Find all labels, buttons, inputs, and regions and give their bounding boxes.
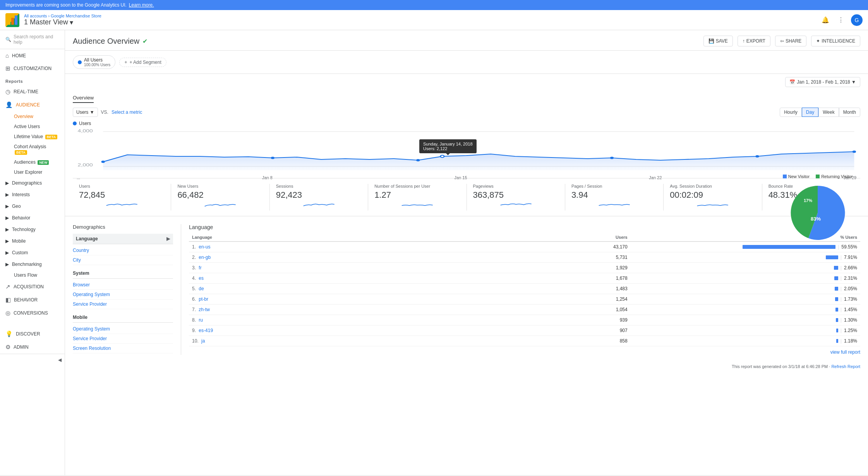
metric-select[interactable]: Users ▼ bbox=[73, 108, 98, 117]
user-avatar[interactable]: G bbox=[851, 14, 863, 26]
sidebar-expandable-geo[interactable]: ▶ Geo bbox=[0, 200, 65, 212]
demo-link-city[interactable]: City bbox=[73, 255, 173, 265]
sidebar-expandable-behavior[interactable]: ▶ Behavior bbox=[0, 212, 65, 224]
audience-label: AUDIENCE bbox=[16, 102, 40, 108]
sidebar-item-acquisition[interactable]: ↗ ACQUISITION bbox=[0, 280, 65, 293]
lang-bar bbox=[826, 255, 838, 259]
share-button[interactable]: ⇦ SHARE bbox=[775, 36, 806, 46]
lang-link[interactable]: ru bbox=[199, 317, 203, 323]
refresh-report-link[interactable]: Refresh Report bbox=[831, 364, 860, 369]
demo-link-mobile-os[interactable]: Operating System bbox=[73, 324, 173, 334]
announcement-link[interactable]: Learn more. bbox=[129, 2, 154, 8]
lang-link[interactable]: es-419 bbox=[199, 328, 213, 333]
sidebar-expandable-technology[interactable]: ▶ Technology bbox=[0, 224, 65, 235]
expand-icon-behavior: ▶ bbox=[5, 215, 9, 221]
notifications-icon[interactable]: 🔔 bbox=[820, 15, 831, 26]
sidebar-expandable-benchmarking[interactable]: ▶ Benchmarking bbox=[0, 259, 65, 270]
save-button[interactable]: 💾 SAVE bbox=[703, 36, 733, 46]
sparkline-pages-session bbox=[571, 202, 657, 209]
intelligence-button[interactable]: ✦ INTELLIGENCE bbox=[811, 36, 860, 46]
lang-pct-cell: | 1.73% bbox=[631, 294, 860, 305]
demo-link-screen-res[interactable]: Screen Resolution bbox=[73, 344, 173, 353]
behavior-label: Behavior bbox=[12, 215, 30, 221]
more-options-icon[interactable]: ⋮ bbox=[835, 15, 846, 26]
sidebar-sub-overview[interactable]: Overview bbox=[0, 111, 65, 122]
home-icon: ⌂ bbox=[5, 52, 9, 59]
stats-and-pie: Users 72,845 New Users 66,482 Sessions 9… bbox=[65, 178, 868, 216]
sidebar-sub-active-users[interactable]: Active Users bbox=[0, 122, 65, 132]
sidebar-item-discover[interactable]: 💡 DISCOVER bbox=[0, 327, 65, 341]
demo-link-service-provider[interactable]: Service Provider bbox=[73, 300, 173, 309]
sidebar-sub-audiences[interactable]: Audiences NEW bbox=[0, 157, 65, 167]
sidebar-item-realtime[interactable]: ◷ REAL-TIME bbox=[0, 85, 65, 98]
demo-link-browser[interactable]: Browser bbox=[73, 280, 173, 290]
sidebar-item-conversions[interactable]: ◎ CONVERSIONS bbox=[0, 306, 65, 320]
sidebar-sub-lifetime-value[interactable]: Lifetime Value BETA bbox=[0, 132, 65, 142]
add-segment-button[interactable]: + + Add Segment bbox=[119, 58, 166, 67]
sidebar-item-customization[interactable]: ⊞ CUSTOMIZATION bbox=[0, 62, 65, 75]
lang-link[interactable]: es bbox=[199, 276, 204, 281]
table-row: 7. zh-tw 1,054 | 1.45% bbox=[189, 305, 860, 315]
sidebar-item-admin[interactable]: ⚙ ADMIN bbox=[0, 341, 65, 354]
sidebar-expandable-mobile[interactable]: ▶ Mobile bbox=[0, 235, 65, 247]
sidebar-item-behavior[interactable]: ◧ BEHAVIOR bbox=[0, 293, 65, 306]
ga-logo bbox=[5, 13, 19, 27]
sidebar-expandable-interests[interactable]: ▶ Interests bbox=[0, 189, 65, 200]
admin-icon: ⚙ bbox=[5, 344, 10, 351]
sidebar-item-home[interactable]: ⌂ HOME bbox=[0, 49, 65, 62]
technology-label: Technology bbox=[12, 227, 36, 232]
date-range-button[interactable]: 📅 Jan 1, 2018 - Feb 1, 2018 ▼ bbox=[785, 77, 860, 87]
all-users-segment[interactable]: All Users 100.00% Users bbox=[73, 55, 115, 69]
sidebar-item-audience[interactable]: 👤 AUDIENCE bbox=[0, 98, 65, 111]
search-bar[interactable]: 🔍 Search reports and help bbox=[0, 30, 65, 49]
os-link-text: Operating System bbox=[73, 292, 110, 297]
lang-link[interactable]: de bbox=[199, 286, 204, 291]
time-btn-day[interactable]: Day bbox=[802, 108, 818, 117]
select-metric-link[interactable]: Select a metric bbox=[112, 110, 142, 115]
demo-link-mobile-sp[interactable]: Service Provider bbox=[73, 334, 173, 344]
lang-link[interactable]: zh-tw bbox=[199, 307, 210, 312]
sidebar-sub-user-explorer[interactable]: User Explorer bbox=[0, 167, 65, 177]
reports-section-header: Reports bbox=[0, 75, 65, 85]
lang-link[interactable]: ja bbox=[201, 338, 205, 344]
view-full-report-link[interactable]: view full report bbox=[189, 346, 860, 355]
lang-link[interactable]: en-gb bbox=[199, 255, 211, 260]
lang-link[interactable]: pt-br bbox=[199, 296, 208, 302]
view-name: 1 Master View bbox=[24, 18, 68, 26]
sparkline-new-users bbox=[177, 202, 263, 209]
sidebar-sub-cohort-analysis[interactable]: Cohort Analysis BETA bbox=[0, 142, 65, 157]
benchmarking-label: Benchmarking bbox=[12, 262, 42, 267]
report-generated: This report was generated on 3/1/18 at 6… bbox=[65, 363, 868, 370]
lang-rank-cell: 4. es bbox=[189, 273, 592, 284]
search-placeholder: Search reports and help bbox=[14, 34, 59, 45]
time-btn-week[interactable]: Week bbox=[818, 108, 839, 117]
time-btn-month[interactable]: Month bbox=[839, 108, 860, 117]
table-row: 9. es-419 907 | 1.25% bbox=[189, 325, 860, 336]
export-button[interactable]: ↑ EXPORT bbox=[738, 36, 770, 46]
view-selector[interactable]: 1 Master View ▾ bbox=[24, 18, 820, 27]
sidebar-sub-users-flow[interactable]: Users Flow bbox=[0, 270, 65, 280]
sidebar-expandable-demographics[interactable]: ▶ Demographics bbox=[0, 177, 65, 189]
sidebar-expandable-custom[interactable]: ▶ Custom bbox=[0, 247, 65, 259]
conversions-label: CONVERSIONS bbox=[14, 310, 48, 316]
sidebar-collapse-button[interactable]: ◀ bbox=[0, 354, 65, 366]
all-accounts-link[interactable]: All accounts bbox=[24, 14, 47, 18]
demographics-label: Demographics bbox=[12, 180, 42, 186]
demo-link-os[interactable]: Operating System bbox=[73, 290, 173, 300]
stat-avg-session: Avg. Session Duration 00:02:09 bbox=[664, 184, 762, 211]
lang-pct: 1.18% bbox=[844, 338, 857, 344]
stat-sessions-per-user-label: Number of Sessions per User bbox=[374, 184, 460, 188]
lang-link[interactable]: en-us bbox=[199, 244, 210, 250]
save-icon: 💾 bbox=[708, 38, 714, 44]
demo-link-country[interactable]: Country bbox=[73, 246, 173, 255]
time-btn-hourly[interactable]: Hourly bbox=[780, 108, 802, 117]
expand-icon-demographics: ▶ bbox=[5, 180, 9, 186]
calendar-icon: 📅 bbox=[789, 79, 795, 85]
chart-point bbox=[610, 157, 614, 159]
lang-pct-cell: | 1.18% bbox=[631, 336, 860, 346]
chart-point-active[interactable] bbox=[441, 155, 444, 158]
stat-users-value: 72,845 bbox=[79, 190, 165, 200]
demo-cat-system: System bbox=[73, 268, 173, 279]
add-segment-label: + Add Segment bbox=[129, 60, 161, 65]
lang-link[interactable]: fr bbox=[199, 265, 201, 271]
